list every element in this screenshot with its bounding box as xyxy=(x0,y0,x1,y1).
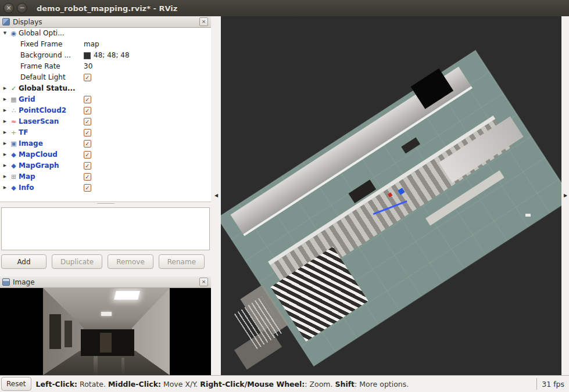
displays-close-button[interactable]: × xyxy=(199,17,208,26)
tree-row-mapcloud[interactable]: ▶◆MapCloud✓ xyxy=(0,149,211,160)
tree-row-image[interactable]: ▶▣Image✓ xyxy=(0,138,211,149)
collapse-left-arrow[interactable]: ◀ xyxy=(213,192,220,200)
expander-closed-icon[interactable]: ▶ xyxy=(1,127,9,138)
mouse-help-text: Left-Click: Rotate. Middle-Click: Move X… xyxy=(36,380,537,389)
row-value[interactable] xyxy=(84,83,211,94)
fps-counter: 31 fps xyxy=(542,380,564,389)
tree-row-grid[interactable]: ▶▦Grid✓ xyxy=(0,94,211,105)
row-value[interactable]: ✓ xyxy=(84,94,211,105)
tree-row-frame-rate[interactable]: Frame Rate30 xyxy=(0,61,211,72)
rviz-window: × − demo_robot_mapping.rviz* - RViz Disp… xyxy=(0,0,569,392)
row-name: ▶≈LaserScan xyxy=(0,116,84,127)
ceiling-light xyxy=(114,291,140,300)
row-name: ▶✓Global Statu... xyxy=(0,83,84,94)
description-box xyxy=(1,207,210,250)
row-label: Background ... xyxy=(20,50,71,61)
row-label: MapCloud xyxy=(19,149,58,160)
expander-closed-icon[interactable]: ▶ xyxy=(1,171,9,182)
property-value: 30 xyxy=(84,61,92,72)
image-panel-title: Image xyxy=(13,278,199,286)
expander-closed-icon[interactable]: ▶ xyxy=(1,83,9,94)
row-label: Fixed Frame xyxy=(20,39,62,50)
row-label: Image xyxy=(19,138,43,149)
row-value[interactable] xyxy=(84,28,211,39)
collapse-right-arrow[interactable]: ▶ xyxy=(562,192,569,200)
row-value[interactable]: ✓ xyxy=(84,149,211,160)
remove-button[interactable]: Remove xyxy=(108,254,153,269)
enabled-checkbox[interactable]: ✓ xyxy=(84,140,91,148)
enabled-checkbox[interactable]: ✓ xyxy=(84,96,91,103)
row-value[interactable]: ✓ xyxy=(84,116,211,127)
tree-row-tf[interactable]: ▶+TF✓ xyxy=(0,127,211,138)
displays-panel-header[interactable]: Displays × xyxy=(0,16,211,28)
expander-closed-icon[interactable]: ▶ xyxy=(1,182,9,193)
row-label: MapGraph xyxy=(19,160,59,171)
row-name: Fixed Frame xyxy=(0,39,84,50)
tree-row-info[interactable]: ▶◆Info✓ xyxy=(0,182,211,193)
row-value[interactable]: ✓ xyxy=(84,171,211,182)
row-label: Map xyxy=(19,171,35,182)
expander-closed-icon[interactable]: ▶ xyxy=(1,116,9,127)
row-name: ▶▣Image xyxy=(0,138,84,149)
add-button[interactable]: Add xyxy=(1,254,46,269)
rename-button[interactable]: Rename xyxy=(159,254,205,269)
image-panel-header[interactable]: Image × xyxy=(0,276,211,288)
duplicate-button[interactable]: Duplicate xyxy=(52,254,102,269)
row-value[interactable]: ✓ xyxy=(84,127,211,138)
displays-panel-title: Displays xyxy=(13,18,199,26)
tree-row-background-color[interactable]: Background ...48; 48; 48 xyxy=(0,50,211,61)
image-close-button[interactable]: × xyxy=(199,278,208,286)
enabled-checkbox[interactable]: ✓ xyxy=(84,129,91,136)
window-minimize-button[interactable]: − xyxy=(17,3,27,13)
expander-open-icon[interactable]: ▼ xyxy=(1,28,9,39)
reset-button[interactable]: Reset xyxy=(1,377,31,391)
row-name: ▶◆MapCloud xyxy=(0,149,84,160)
ceiling-light xyxy=(101,312,111,317)
row-value[interactable]: ✓ xyxy=(84,182,211,193)
enabled-checkbox[interactable]: ✓ xyxy=(84,107,91,114)
minimize-icon: − xyxy=(19,4,24,12)
pointcloud2-icon: ∴ xyxy=(9,105,19,116)
tree-row-pointcloud2[interactable]: ▶∴PointCloud2✓ xyxy=(0,105,211,116)
expander-closed-icon[interactable]: ▶ xyxy=(1,149,9,160)
image-panel: Image × xyxy=(0,276,211,375)
row-name: ▶◆MapGraph xyxy=(0,160,84,171)
row-name: ▶⊞Map xyxy=(0,171,84,182)
grid-icon: ▦ xyxy=(9,94,19,105)
statusbar-divider xyxy=(536,378,537,390)
color-swatch xyxy=(84,52,91,59)
enabled-checkbox[interactable]: ✓ xyxy=(84,173,91,181)
expander-closed-icon[interactable]: ▶ xyxy=(1,94,9,105)
row-value[interactable]: ✓ xyxy=(84,138,211,149)
window-close-button[interactable]: × xyxy=(3,3,14,13)
floor-reflection xyxy=(94,356,98,375)
tree-row-default-light[interactable]: Default Light✓ xyxy=(0,72,211,83)
titlebar[interactable]: × − demo_robot_mapping.rviz* - RViz xyxy=(0,0,569,16)
row-name: Default Light xyxy=(0,72,84,83)
tree-row-global-status[interactable]: ▶✓Global Statu... xyxy=(0,83,211,94)
tree-row-mapgraph[interactable]: ▶◆MapGraph✓ xyxy=(0,160,211,171)
enabled-checkbox[interactable]: ✓ xyxy=(84,151,91,159)
expander-closed-icon[interactable]: ▶ xyxy=(1,138,9,149)
render-view[interactable] xyxy=(221,16,561,375)
row-value[interactable]: ✓ xyxy=(84,72,211,83)
enabled-checkbox[interactable]: ✓ xyxy=(84,74,91,81)
displays-panel-icon xyxy=(2,18,10,26)
tree-row-fixed-frame[interactable]: Fixed Framemap xyxy=(0,39,211,50)
tree-row-laserscan[interactable]: ▶≈LaserScan✓ xyxy=(0,116,211,127)
row-value[interactable]: 48; 48; 48 xyxy=(84,50,211,61)
expander-closed-icon[interactable]: ▶ xyxy=(1,105,9,116)
enabled-checkbox[interactable]: ✓ xyxy=(84,184,91,192)
tree-splitter[interactable] xyxy=(0,202,211,207)
tree-row-global-options[interactable]: ▼◉Global Opti... xyxy=(0,28,211,39)
row-value[interactable]: ✓ xyxy=(84,105,211,116)
tree-row-map[interactable]: ▶⊞Map✓ xyxy=(0,171,211,182)
expander-closed-icon[interactable]: ▶ xyxy=(1,160,9,171)
display-buttons: AddDuplicateRemoveRename xyxy=(1,254,210,269)
enabled-checkbox[interactable]: ✓ xyxy=(84,118,91,125)
row-value[interactable]: 30 xyxy=(84,61,211,72)
row-value[interactable]: ✓ xyxy=(84,160,211,171)
row-value[interactable]: map xyxy=(84,39,211,50)
displays-panel: Displays × ▼◉Global Opti...Fixed Framema… xyxy=(0,16,211,276)
enabled-checkbox[interactable]: ✓ xyxy=(84,162,91,170)
